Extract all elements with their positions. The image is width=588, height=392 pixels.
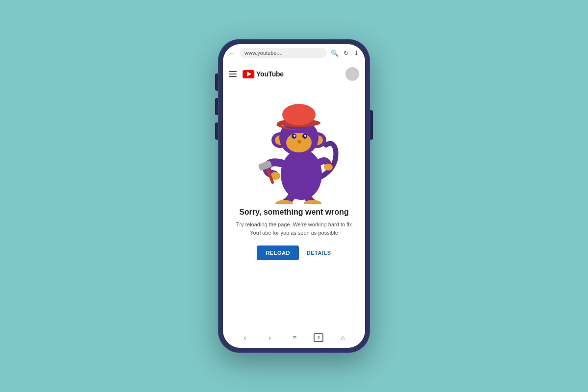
browser-url-bar[interactable]: www.youtube.... [240, 48, 327, 58]
details-button[interactable]: DETAILS [307, 250, 331, 256]
nav-tabs-icon[interactable]: 2 [314, 333, 323, 342]
nav-back-icon[interactable]: ‹ [240, 332, 250, 343]
monkey-illustration [245, 91, 343, 204]
browser-bar: ← www.youtube.... 🔍 ↻ ⬇ [223, 44, 365, 62]
svg-point-11 [297, 140, 301, 144]
nav-menu-icon[interactable]: ≡ [289, 332, 300, 343]
browser-icons: 🔍 ↻ ⬇ [331, 49, 359, 57]
browser-bottom-nav: ‹ › ≡ 2 ⌂ [223, 327, 365, 348]
browser-back-icon[interactable]: ← [229, 49, 236, 57]
youtube-logo[interactable]: YouTube [243, 70, 284, 78]
error-buttons: RELOAD DETAILS [257, 245, 331, 260]
error-description: Try reloading the page. We're working ha… [233, 220, 355, 237]
nav-forward-icon[interactable]: › [265, 332, 275, 343]
reload-button[interactable]: RELOAD [257, 245, 298, 260]
youtube-header: YouTube [223, 62, 365, 86]
download-icon[interactable]: ⬇ [354, 49, 359, 57]
error-content: Sorry, something went wrong Try reloadin… [223, 86, 365, 327]
phone-frame: ← www.youtube.... 🔍 ↻ ⬇ YouTube [218, 39, 370, 353]
svg-point-13 [282, 104, 316, 125]
hamburger-menu[interactable] [229, 71, 237, 77]
user-avatar[interactable] [345, 67, 359, 81]
svg-point-0 [281, 149, 322, 200]
yt-header-left: YouTube [229, 70, 284, 78]
search-icon[interactable]: 🔍 [331, 49, 339, 57]
svg-point-9 [294, 135, 295, 137]
svg-point-17 [324, 164, 333, 171]
phone-screen: ← www.youtube.... 🔍 ↻ ⬇ YouTube [223, 44, 365, 348]
svg-point-10 [304, 135, 306, 137]
nav-home-icon[interactable]: ⌂ [338, 332, 348, 343]
error-title: Sorry, something went wrong [239, 208, 349, 217]
url-text: www.youtube.... [245, 50, 283, 56]
refresh-icon[interactable]: ↻ [343, 49, 349, 57]
youtube-text: YouTube [256, 70, 284, 78]
youtube-icon [243, 70, 254, 78]
